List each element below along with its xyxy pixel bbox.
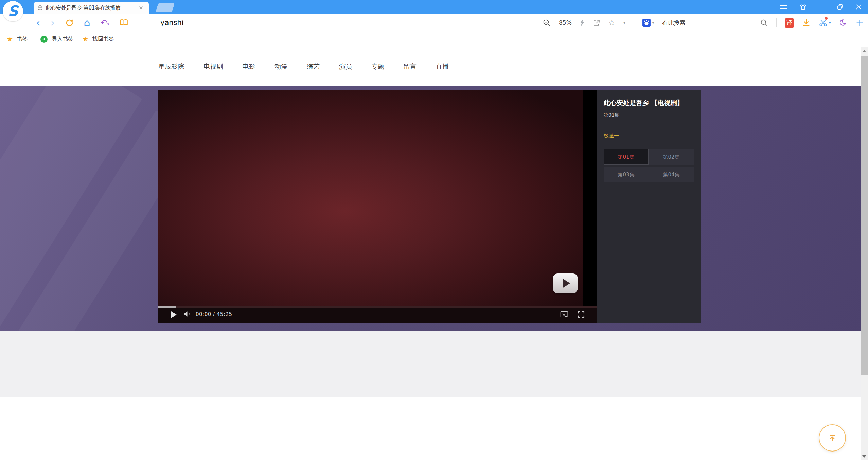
star-icon: ★	[82, 35, 88, 43]
home-icon[interactable]: ⌂	[84, 18, 90, 28]
back-to-top-button[interactable]	[819, 424, 846, 452]
big-play-button[interactable]	[553, 273, 578, 293]
back-icon[interactable]: ‹	[36, 17, 40, 28]
nav-home[interactable]: 星辰影院	[158, 62, 184, 71]
zoom-out-icon[interactable]	[543, 19, 551, 27]
restore-button[interactable]	[837, 4, 843, 10]
sogou-logo[interactable]: S	[3, 1, 23, 21]
favorite-star-icon[interactable]: ☆	[608, 19, 616, 27]
nav-tv[interactable]: 电视剧	[203, 62, 223, 71]
nav-movie[interactable]: 电影	[242, 62, 255, 71]
new-tab-button[interactable]	[156, 3, 175, 12]
episode-button-3[interactable]: 第03集	[604, 167, 649, 182]
bookmark-manager[interactable]: ★ 书签	[7, 35, 28, 43]
source-tab[interactable]: 极速一	[604, 132, 694, 139]
close-button[interactable]	[855, 4, 862, 10]
site-header: 星辰影院 电视剧 电影 动漫 综艺 演员 专题 留言 直播 搜索 看过 ▾ 会员	[0, 47, 868, 86]
player-controls: 00:00 / 45:25	[158, 306, 597, 323]
volume-icon[interactable]	[183, 311, 191, 318]
nav-anime[interactable]: 动漫	[274, 62, 287, 71]
video-area[interactable]: 00:00 / 45:25	[158, 90, 597, 323]
time-display: 00:00 / 45:25	[196, 306, 232, 323]
fullscreen-icon[interactable]	[578, 311, 585, 319]
tab-close-icon[interactable]	[138, 5, 144, 11]
scroll-up-icon[interactable]	[862, 50, 866, 52]
import-bookmarks[interactable]: 导入书签	[40, 36, 73, 43]
night-mode-icon[interactable]	[839, 19, 848, 27]
skin-theme-icon[interactable]	[799, 3, 807, 11]
scrollbar[interactable]	[861, 47, 868, 460]
window-controls	[780, 0, 862, 14]
arrow-up-icon	[827, 433, 837, 443]
nav-live[interactable]: 直播	[436, 62, 449, 71]
progress-loaded	[158, 306, 176, 308]
zoom-level[interactable]: 85%	[559, 19, 572, 26]
share-icon[interactable]	[593, 19, 600, 26]
find-icon[interactable]	[760, 19, 768, 27]
screenshot-tool[interactable]: ▾	[819, 18, 831, 27]
video-player: 00:00 / 45:25 此心安处是吾乡 【电视剧】 第01集 极速一 第01…	[158, 90, 701, 323]
nav-variety[interactable]: 综艺	[307, 62, 320, 71]
play-button-icon[interactable]	[171, 311, 177, 318]
current-episode-label: 第01集	[604, 112, 694, 118]
tab-title: 此心安处是吾乡-第01集在线播放	[46, 5, 135, 11]
site-nav: 星辰影院 电视剧 电影 动漫 综艺 演员 专题 留言 直播	[158, 47, 449, 86]
video-frame	[158, 90, 583, 323]
refresh-icon[interactable]	[65, 19, 74, 27]
browser-window: 此心安处是吾乡-第01集在线播放 S ‹ › ⌂ ↶▾ yanshi 85%	[0, 0, 868, 460]
forward-icon[interactable]: ›	[51, 17, 55, 28]
search-here-label[interactable]: 在此搜索	[662, 19, 685, 27]
translate-icon[interactable]: 译	[785, 18, 794, 28]
player-band: 00:00 / 45:25 此心安处是吾乡 【电视剧】 第01集 极速一 第01…	[0, 86, 868, 331]
address-bar[interactable]: yanshi	[160, 14, 184, 32]
import-arrow-icon	[40, 36, 48, 43]
undo-icon[interactable]: ↶▾	[101, 19, 109, 27]
favorites-dropdown-icon[interactable]: ▾	[623, 21, 625, 25]
speed-mode-icon[interactable]	[580, 19, 585, 26]
download-icon[interactable]	[802, 19, 811, 27]
notification-dot	[825, 17, 828, 20]
minimize-button[interactable]	[819, 7, 825, 7]
synopsis-section: 剧情介绍 有这样一个鲜为人知的机构，为万家灯火保驾护航。有这样一群默默无闻的人，…	[0, 397, 868, 460]
episode-panel-title: 此心安处是吾乡 【电视剧】	[604, 99, 694, 107]
globe-favicon-icon	[37, 5, 43, 11]
scrollbar-thumb[interactable]	[861, 56, 868, 375]
episode-grid: 第01集 第02集 第03集 第04集	[604, 149, 694, 182]
browser-tab[interactable]: 此心安处是吾乡-第01集在线播放	[34, 2, 149, 14]
star-icon: ★	[7, 35, 13, 43]
episode-button-4[interactable]: 第04集	[649, 167, 694, 182]
nav-actors[interactable]: 演员	[339, 62, 352, 71]
episode-panel: 此心安处是吾乡 【电视剧】 第01集 极速一 第01集 第02集 第03集 第0…	[597, 90, 701, 323]
recover-bookmarks[interactable]: ★ 找回书签	[82, 35, 114, 43]
baidu-paw-icon	[642, 18, 651, 27]
add-icon[interactable]	[856, 19, 864, 27]
browser-titlebar: 此心安处是吾乡-第01集在线播放	[0, 0, 868, 14]
search-engine-selector[interactable]: ▾	[642, 18, 654, 27]
scroll-down-icon[interactable]	[862, 455, 866, 458]
episode-button-1[interactable]: 第01集	[604, 149, 649, 165]
pip-icon[interactable]	[560, 311, 568, 319]
video-info-section: 此心安处是吾乡 第01集 电视剧 导演：曹振宇 主演：任重 安悦溪 于谨维 周野…	[0, 331, 868, 397]
menu-icon[interactable]	[780, 4, 787, 10]
nav-message[interactable]: 留言	[404, 62, 417, 71]
episode-button-2[interactable]: 第02集	[649, 149, 694, 165]
nav-topics[interactable]: 专题	[371, 62, 384, 71]
browser-toolbar: ‹ › ⌂ ↶▾ yanshi 85% ☆ ▾ ▾ 在此搜索 译	[0, 14, 868, 32]
bookmarks-bar: ★ 书签 导入书签 ★ 找回书签	[0, 32, 868, 47]
reading-mode-icon[interactable]	[119, 19, 128, 27]
